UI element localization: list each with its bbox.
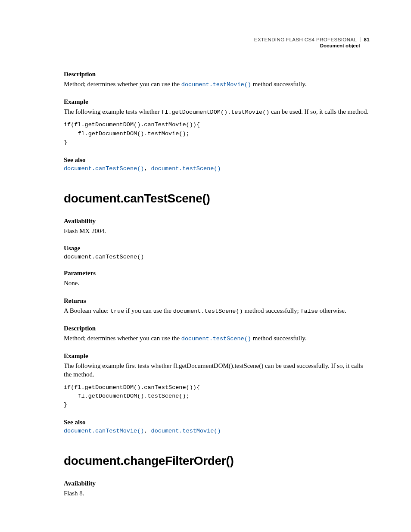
description-heading: Description [64,71,370,78]
availability-heading: Availability [64,480,370,487]
see-also-block: See also document.canTestMovie(), docume… [64,419,370,434]
text-fragment: method successfully. [251,81,307,87]
link-testscene[interactable]: document.testScene() [151,165,221,172]
example-block: Example The following example first test… [64,352,370,409]
text-fragment: method successfully. [251,335,307,342]
content: Description Method; determines whether y… [64,37,370,498]
example-text: The following example tests whether fl.g… [64,107,370,116]
usage-heading: Usage [64,245,370,252]
description-text: Method; determines whether you can use t… [64,80,370,89]
link-cantestscene[interactable]: document.canTestScene() [64,165,144,172]
parameters-block: Parameters None. [64,270,370,287]
parameters-heading: Parameters [64,270,370,277]
see-also-block: See also document.canTestScene(), docume… [64,156,370,172]
example-heading: Example [64,352,370,360]
text-fragment: The following example tests whether [64,108,161,115]
text-fragment: can be used. If so, it calls the method. [269,108,368,115]
text-fragment: A Boolean value: [64,307,110,314]
doc-title: EXTENDING FLASH CS4 PROFESSIONAL [254,37,357,42]
text-fragment: otherwise. [318,307,346,314]
returns-text: A Boolean value: true if you can use the… [64,306,370,315]
text-fragment: Method; determines whether you can use t… [64,335,181,342]
section-name: Document object [254,43,370,48]
see-also-heading: See also [64,419,370,426]
page-number: 81 [361,37,370,42]
inline-code: false [300,308,318,314]
returns-heading: Returns [64,297,370,305]
description-block: Description Method; determines whether y… [64,325,370,343]
link-document-testmovie[interactable]: document.testMovie() [181,81,251,88]
description-text: Method; determines whether you can use t… [64,334,370,343]
inline-code: true [110,308,124,314]
inline-code: document.testScene() [173,308,243,314]
availability-block: Availability Flash 8. [64,480,370,498]
link-testmovie[interactable]: document.testMovie() [151,428,221,434]
example-text: The following example first tests whethe… [64,361,370,379]
code-block: if(fl.getDocumentDOM().canTestScene()){ … [64,383,370,410]
doc-title-row: EXTENDING FLASH CS4 PROFESSIONAL 81 [254,37,370,42]
example-block: Example The following example tests whet… [64,98,370,147]
text-fragment: Method; determines whether you can use t… [64,81,181,87]
description-block: Description Method; determines whether y… [64,71,370,89]
availability-text: Flash 8. [64,489,370,498]
description-heading: Description [64,325,370,332]
availability-text: Flash MX 2004. [64,227,370,235]
availability-heading: Availability [64,218,370,225]
usage-code: document.canTestScene() [64,254,370,260]
see-also-heading: See also [64,156,370,164]
see-also-links: document.canTestScene(), document.testSc… [64,165,370,172]
link-cantestmovie[interactable]: document.canTestMovie() [64,428,144,434]
text-fragment: if you can use the [124,307,173,314]
text-fragment: method successfully; [243,307,301,314]
link-document-testscene[interactable]: document.testScene() [181,336,251,342]
page: EXTENDING FLASH CS4 PROFESSIONAL 81 Docu… [0,0,411,532]
api-heading-cantestscene: document.canTestScene() [64,192,370,205]
running-header: EXTENDING FLASH CS4 PROFESSIONAL 81 Docu… [254,37,370,48]
usage-block: Usage document.canTestScene() [64,245,370,260]
availability-block: Availability Flash MX 2004. [64,218,370,235]
separator: , [144,165,151,172]
inline-code: fl.getDocumentDOM().testMovie() [161,109,269,115]
separator: , [144,428,151,434]
parameters-text: None. [64,279,370,287]
see-also-links: document.canTestMovie(), document.testMo… [64,428,370,434]
api-heading-changefilterorder: document.changeFilterOrder() [64,454,370,468]
returns-block: Returns A Boolean value: true if you can… [64,297,370,315]
example-heading: Example [64,98,370,106]
code-block: if(fl.getDocumentDOM().canTestMovie()){ … [64,121,370,147]
